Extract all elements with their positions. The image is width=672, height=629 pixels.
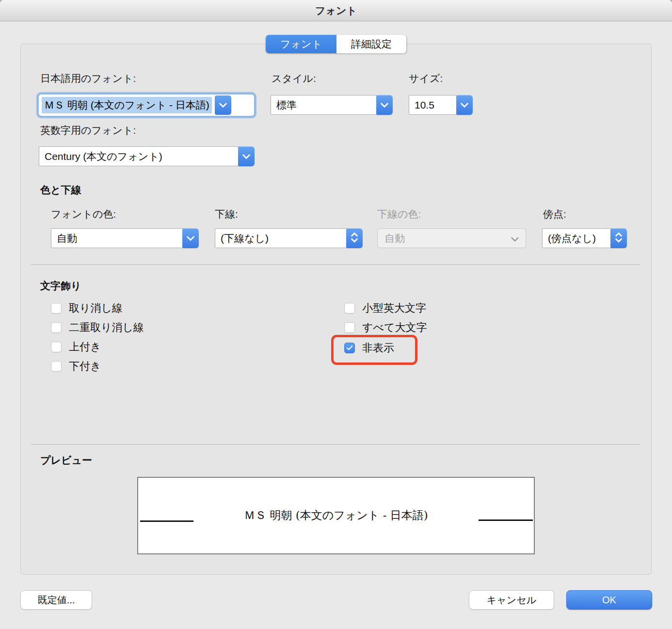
tab-font[interactable]: フォント (266, 35, 336, 53)
preview-sample-text: ＭＳ 明朝 (本文のフォント - 日本語) (138, 508, 534, 523)
default-button[interactable]: 既定値... (20, 590, 92, 610)
checkbox-all-caps[interactable]: すべて大文字 (344, 320, 427, 335)
tab-advanced-settings[interactable]: 詳細設定 (336, 35, 406, 53)
japanese-font-label: 日本語用のフォント: (40, 72, 136, 85)
checkbox-box[interactable] (51, 361, 62, 372)
dialog-title: フォント (315, 4, 357, 17)
size-dropdown-button[interactable] (456, 95, 473, 115)
preview-section-title: プレビュー (40, 454, 92, 467)
style-value[interactable]: 標準 (271, 95, 376, 115)
checkbox-box[interactable] (51, 342, 62, 352)
latin-font-combobox[interactable]: Century (本文のフォント) (39, 146, 255, 166)
ok-button[interactable]: OK (566, 590, 652, 610)
preview-left-line (140, 520, 193, 522)
checkbox-double-strikethrough[interactable]: 二重取り消し線 (51, 320, 144, 335)
section-divider (31, 444, 640, 445)
size-label: サイズ: (409, 72, 443, 85)
chevron-down-icon (187, 234, 194, 243)
checkbox-label: 取り消し線 (69, 301, 123, 315)
preview-box: ＭＳ 明朝 (本文のフォント - 日本語) (137, 477, 535, 554)
japanese-font-input[interactable]: ＭＳ 明朝 (本文のフォント - 日本語) (40, 95, 214, 115)
checkbox-box[interactable] (51, 303, 62, 314)
font-color-value[interactable]: 自動 (51, 228, 182, 248)
checkbox-strikethrough[interactable]: 取り消し線 (51, 301, 123, 315)
emphasis-mark-label: 傍点: (543, 207, 566, 221)
checkbox-box[interactable] (51, 322, 62, 333)
preview-right-line (479, 519, 533, 521)
underline-popup-button[interactable] (346, 228, 363, 248)
checkbox-box[interactable] (344, 322, 355, 333)
effects-section-title: 文字飾り (40, 279, 81, 293)
style-label: スタイル: (272, 72, 316, 85)
font-color-dropdown-button[interactable] (182, 228, 199, 248)
checkbox-box[interactable] (344, 343, 355, 353)
underline-color-value: 自動 (384, 232, 405, 245)
checkbox-label: 上付き (69, 340, 101, 354)
emphasis-mark-popup-button[interactable] (610, 228, 627, 248)
chevron-down-icon (219, 101, 227, 110)
japanese-font-value: ＭＳ 明朝 (本文のフォント - 日本語) (42, 97, 212, 113)
chevron-down-icon (511, 233, 519, 244)
emphasis-mark-popup[interactable]: (傍点なし) (542, 228, 627, 248)
font-color-label: フォントの色: (51, 207, 116, 221)
latin-font-label: 英数字用のフォント: (40, 124, 136, 137)
underline-color-label: 下線の色: (377, 207, 421, 221)
latin-font-value[interactable]: Century (本文のフォント) (39, 146, 238, 166)
emphasis-mark-value[interactable]: (傍点なし) (542, 228, 610, 248)
size-combobox[interactable]: 10.5 (409, 95, 473, 115)
latin-font-dropdown-button[interactable] (238, 146, 255, 166)
chevron-up-down-icon (351, 232, 358, 245)
underline-color-combobox: 自動 (377, 228, 526, 248)
font-dialog: フォント フォント 詳細設定 日本語用のフォント: スタイル: サイズ: ＭＳ … (0, 0, 672, 629)
cancel-button[interactable]: キャンセル (469, 590, 554, 610)
style-combobox[interactable]: 標準 (271, 95, 393, 115)
chevron-down-icon (381, 101, 388, 110)
underline-value[interactable]: (下線なし) (215, 228, 346, 248)
size-value[interactable]: 10.5 (409, 95, 456, 115)
checkbox-label: 下付き (69, 359, 101, 374)
chevron-up-down-icon (615, 232, 623, 245)
underline-label: 下線: (215, 207, 238, 221)
checkbox-hidden[interactable]: 非表示 (344, 341, 394, 355)
tab-bar: フォント 詳細設定 (266, 35, 406, 53)
chevron-down-icon (242, 152, 250, 161)
checkbox-label: 非表示 (362, 341, 394, 355)
chevron-down-icon (461, 101, 468, 110)
title-bar[interactable]: フォント (0, 0, 672, 21)
section-divider (31, 264, 640, 265)
checkbox-label: 二重取り消し線 (69, 320, 144, 335)
checkbox-label: 小型英大文字 (362, 301, 426, 315)
checkbox-subscript[interactable]: 下付き (51, 359, 101, 374)
color-underline-section-title: 色と下線 (40, 183, 81, 197)
checkbox-box[interactable] (344, 303, 355, 314)
underline-popup[interactable]: (下線なし) (215, 228, 363, 248)
japanese-font-dropdown-button[interactable] (215, 95, 231, 115)
checkbox-label: すべて大文字 (362, 320, 427, 335)
font-color-combobox[interactable]: 自動 (51, 228, 199, 248)
checkbox-small-caps[interactable]: 小型英大文字 (344, 301, 426, 315)
japanese-font-combobox[interactable]: ＭＳ 明朝 (本文のフォント - 日本語) (37, 93, 256, 118)
checkbox-superscript[interactable]: 上付き (51, 340, 101, 354)
style-dropdown-button[interactable] (376, 95, 393, 115)
